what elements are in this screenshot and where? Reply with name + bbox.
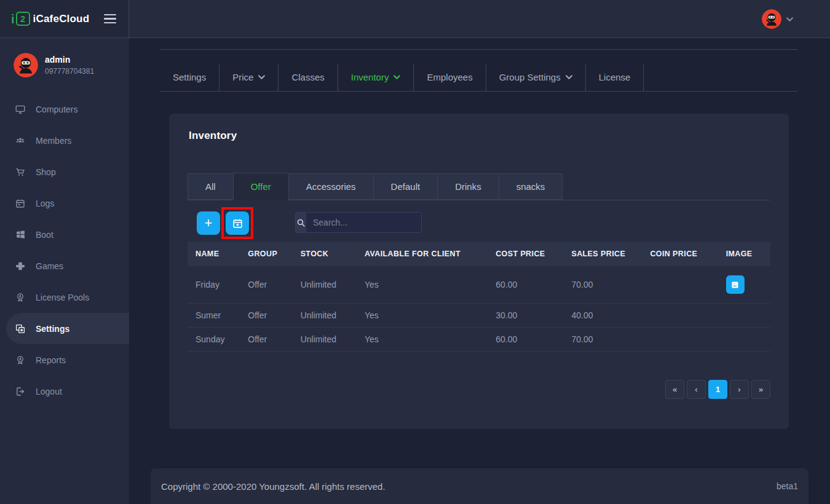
cell-group: Offer (240, 304, 292, 328)
tab-label: All (205, 181, 216, 192)
cell-available: Yes (357, 266, 488, 304)
last-page-button[interactable]: » (751, 380, 770, 399)
brand-logo[interactable]: i 2 iCafeCloud (11, 12, 89, 26)
tab-offer[interactable]: Offer (233, 173, 288, 200)
tab-snacks[interactable]: snacks (499, 173, 563, 200)
tab-label: Accessories (306, 181, 356, 192)
topnav-item-label: Classes (291, 72, 324, 82)
topnav-item-settings[interactable]: Settings (160, 63, 219, 91)
add-offer-calendar-button[interactable] (226, 211, 249, 235)
column-header-sales-price: SALES PRICE (563, 242, 642, 266)
item-image-button[interactable] (726, 275, 745, 294)
chevron-down-icon (393, 75, 400, 79)
topnav-item-inventory[interactable]: Inventory (338, 63, 414, 91)
header-avatar[interactable] (762, 9, 781, 29)
cell-name: Sumer (188, 304, 240, 328)
sidebar-item-boot[interactable]: Boot (0, 219, 129, 250)
topnav-item-classes[interactable]: Classes (279, 63, 338, 91)
annotation-red-box (221, 207, 253, 239)
topnav-item-label: License (599, 72, 631, 82)
sidebar-item-computers[interactable]: Computers (0, 93, 129, 125)
version-label: beta1 (777, 481, 798, 491)
sidebar-item-license-pools[interactable]: License Pools (0, 282, 129, 313)
cell-image (718, 304, 770, 328)
sidebar-user-block: admin 097778704381 (0, 38, 129, 93)
topnav-item-label: Settings (173, 72, 206, 82)
logo-zone: i 2 iCafeCloud (0, 0, 129, 37)
topnav-item-label: Group Settings (499, 72, 561, 82)
inventory-toolbar: + (197, 207, 770, 239)
first-page-button[interactable]: « (665, 380, 684, 399)
sidebar-nav: ComputersMembersShopLogsBootGamesLicense… (0, 93, 129, 407)
topnav-item-license[interactable]: License (586, 63, 644, 91)
members-icon (15, 135, 26, 146)
prev-page-button[interactable]: ‹ (687, 380, 706, 399)
cell-stock: Unlimited (293, 328, 357, 352)
inventory-card: Inventory AllOfferAccessoriesDefaultDrin… (169, 114, 789, 429)
page-number-button[interactable]: 1 (708, 380, 727, 399)
cell-coin (642, 328, 717, 352)
column-header-image: IMAGE (718, 242, 770, 266)
topnav-item-label: Inventory (351, 72, 389, 82)
search-icon (296, 213, 306, 232)
tab-label: snacks (516, 181, 545, 192)
sidebar-item-games[interactable]: Games (0, 250, 129, 282)
tab-label: Default (391, 181, 421, 192)
hamburger-menu-icon[interactable] (104, 12, 116, 26)
chevron-down-icon[interactable] (786, 17, 793, 22)
cell-available: Yes (357, 328, 488, 352)
sidebar: admin 097778704381 ComputersMembersShopL… (0, 38, 129, 504)
sidebar-item-label: License Pools (36, 293, 89, 302)
tab-accessories[interactable]: Accessories (288, 173, 373, 200)
tab-label: Drinks (455, 181, 481, 192)
sidebar-item-reports[interactable]: Reports (0, 344, 129, 376)
topnav-item-label: Price (232, 72, 253, 82)
sidebar-item-label: Reports (36, 355, 66, 365)
cell-name: Sunday (188, 328, 240, 352)
logo-box-icon: 2 (16, 12, 30, 26)
column-header-coin-price: COIN PRICE (642, 242, 717, 266)
brand-name: iCafeCloud (33, 13, 90, 25)
games-icon (15, 261, 26, 272)
table-header-row: NAMEGROUPSTOCKAVAILABLE FOR CLIENTCOST P… (188, 242, 770, 266)
sidebar-item-shop[interactable]: Shop (0, 156, 129, 187)
cell-image (718, 266, 770, 304)
user-name: admin (45, 55, 94, 65)
column-header-name: NAME (188, 242, 240, 266)
topnav-item-employees[interactable]: Employees (414, 63, 486, 91)
add-item-button[interactable]: + (197, 211, 220, 235)
topnav-item-label: Employees (427, 72, 472, 82)
cell-stock: Unlimited (293, 304, 357, 328)
search-box (295, 212, 422, 233)
cell-name: Friday (188, 266, 240, 304)
page-title: Inventory (189, 130, 237, 142)
sidebar-item-label: Boot (36, 230, 53, 240)
cell-coin (642, 304, 717, 328)
footer: Copyright © 2000-2020 Youngzsoft. All ri… (151, 468, 808, 504)
sidebar-item-logout[interactable]: Logout (0, 376, 129, 407)
sidebar-item-label: Shop (36, 167, 56, 177)
column-header-cost-price: COST PRICE (488, 242, 563, 266)
header-user-menu[interactable] (762, 0, 793, 38)
cell-sales: 40.00 (563, 304, 642, 328)
settings-icon (15, 323, 26, 334)
column-header-available-for-client: AVAILABLE FOR CLIENT (357, 242, 488, 266)
search-input[interactable] (306, 213, 422, 232)
table-row: SundayOfferUnlimitedYes60.0070.00 (188, 328, 770, 352)
sidebar-item-logs[interactable]: Logs (0, 187, 129, 219)
cell-stock: Unlimited (293, 266, 357, 304)
tab-all[interactable]: All (188, 173, 233, 200)
topnav-item-price[interactable]: Price (219, 63, 279, 91)
cell-cost: 30.00 (488, 304, 563, 328)
tab-default[interactable]: Default (373, 173, 438, 200)
computers-icon (15, 104, 26, 115)
sidebar-item-label: Logs (36, 199, 54, 208)
column-header-stock: STOCK (293, 242, 357, 266)
topnav-item-group-settings[interactable]: Group Settings (486, 63, 586, 91)
sidebar-item-settings[interactable]: Settings (6, 313, 129, 344)
cell-coin (642, 266, 717, 304)
tab-drinks[interactable]: Drinks (437, 173, 499, 200)
next-page-button[interactable]: › (730, 380, 749, 399)
sidebar-item-members[interactable]: Members (0, 125, 129, 156)
logo-i-glyph: i (11, 13, 15, 25)
